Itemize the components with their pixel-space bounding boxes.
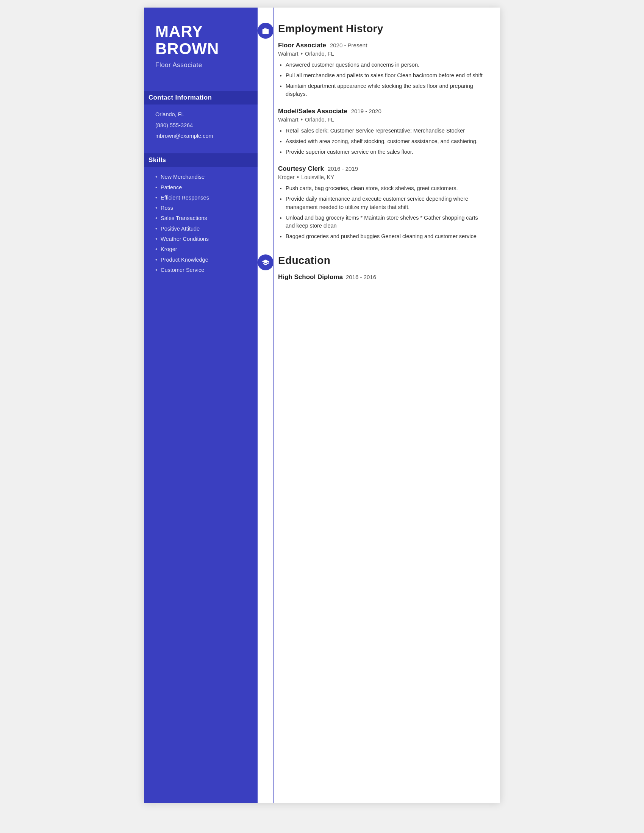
candidate-job-title: Floor Associate	[155, 61, 246, 69]
job-title: Floor Associate	[278, 42, 326, 49]
skill-item: Product Knowledge	[155, 256, 246, 264]
bullet-separator: •	[297, 174, 299, 181]
skill-item: Positive Attitude	[155, 225, 246, 233]
bullet-separator: •	[300, 116, 303, 123]
job-dates: 2016 - 2019	[328, 166, 358, 172]
bullet-item: Provide daily maintenance and execute cu…	[286, 195, 483, 212]
education-icon	[258, 254, 274, 270]
bullet-item: Assisted with area zoning, shelf stockin…	[286, 137, 483, 146]
company-name: Walmart	[278, 117, 298, 123]
job-dates: 2020 - Present	[330, 42, 367, 48]
contact-email: mbrown@example.com	[155, 132, 246, 140]
bullet-item: Bagged groceries and pushed buggies Gene…	[286, 233, 483, 241]
job-company: Kroger•Louisville, KY	[278, 174, 483, 181]
job-title: Courtesy Clerk	[278, 165, 324, 173]
education-section-title: Education	[278, 254, 483, 267]
job-bullets: Answered customer questions and concerns…	[278, 61, 483, 98]
name-title-block: MARY BROWN Floor Associate	[155, 23, 246, 69]
job-title: Model/Sales Associate	[278, 108, 348, 115]
bullet-item: Provide superior customer service on the…	[286, 148, 483, 156]
job-header: Floor Associate2020 - Present	[278, 42, 483, 49]
education-container: High School Diploma2016 - 2016	[278, 273, 483, 281]
edu-dates: 2016 - 2016	[346, 274, 376, 280]
name-first: MARY	[155, 23, 203, 40]
job-block: Courtesy Clerk2016 - 2019Kroger•Louisvil…	[278, 165, 483, 241]
skill-item: Patience	[155, 183, 246, 191]
bullet-item: Push carts, bag groceries, clean store, …	[286, 184, 483, 193]
job-header: Courtesy Clerk2016 - 2019	[278, 165, 483, 173]
company-location: Orlando, FL	[305, 117, 334, 123]
bullet-item: Maintain department appearance while sto…	[286, 82, 483, 99]
timeline-line	[273, 8, 274, 803]
contact-phone: (880) 555-3264	[155, 122, 246, 129]
resume-container: MARY BROWN Floor Associate Contact Infor…	[144, 8, 500, 803]
job-block: Model/Sales Associate2019 - 2020Walmart•…	[278, 108, 483, 156]
job-company: Walmart•Orlando, FL	[278, 116, 483, 123]
company-location: Orlando, FL	[305, 51, 334, 57]
employment-icon	[258, 23, 274, 39]
bullet-separator: •	[300, 50, 303, 57]
company-name: Kroger	[278, 174, 295, 180]
job-bullets: Push carts, bag groceries, clean store, …	[278, 184, 483, 241]
edu-degree: High School Diploma	[278, 273, 343, 281]
contact-section: Contact Information Orlando, FL (880) 55…	[155, 91, 246, 143]
candidate-name: MARY BROWN	[155, 23, 246, 58]
main-content: Employment History Floor Associate2020 -…	[258, 8, 500, 803]
job-block: Floor Associate2020 - PresentWalmart•Orl…	[278, 42, 483, 98]
bullet-item: Unload and bag grocery items * Maintain …	[286, 214, 483, 231]
skills-section-header: Skills	[144, 153, 258, 167]
job-bullets: Retail sales clerk; Customer Service rep…	[278, 127, 483, 156]
skill-item: Kroger	[155, 245, 246, 253]
name-last: BROWN	[155, 40, 219, 58]
bullet-item: Answered customer questions and concerns…	[286, 61, 483, 69]
skill-item: Sales Transactions	[155, 214, 246, 222]
skills-section: Skills New MerchandisePatienceEfficient …	[155, 153, 246, 277]
briefcase-icon	[262, 27, 269, 34]
employment-section-title: Employment History	[278, 23, 483, 35]
sidebar: MARY BROWN Floor Associate Contact Infor…	[144, 8, 258, 803]
company-location: Louisville, KY	[301, 174, 334, 180]
jobs-container: Floor Associate2020 - PresentWalmart•Orl…	[278, 42, 483, 241]
contact-section-header: Contact Information	[144, 91, 258, 105]
skill-item: Customer Service	[155, 266, 246, 274]
skill-item: New Merchandise	[155, 173, 246, 181]
company-name: Walmart	[278, 51, 298, 57]
education-section: Education High School Diploma2016 - 2016	[278, 254, 483, 281]
skill-item: Weather Conditions	[155, 235, 246, 243]
graduation-icon	[262, 259, 269, 266]
bullet-item: Retail sales clerk; Customer Service rep…	[286, 127, 483, 135]
skill-item: Efficient Responses	[155, 194, 246, 201]
employment-section: Employment History Floor Associate2020 -…	[278, 23, 483, 241]
job-header: Model/Sales Associate2019 - 2020	[278, 108, 483, 115]
contact-city: Orlando, FL	[155, 111, 246, 118]
education-block: High School Diploma2016 - 2016	[278, 273, 483, 281]
skill-item: Ross	[155, 204, 246, 212]
job-company: Walmart•Orlando, FL	[278, 50, 483, 57]
bullet-item: Pull all merchandise and pallets to sale…	[286, 72, 483, 80]
job-dates: 2019 - 2020	[351, 108, 382, 114]
skills-list: New MerchandisePatienceEfficient Respons…	[155, 173, 246, 274]
